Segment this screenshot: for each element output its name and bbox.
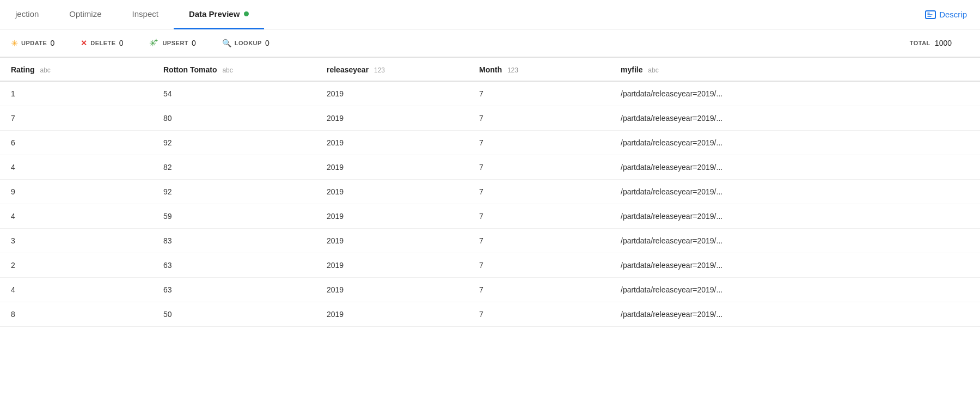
upsert-value: 0: [192, 39, 196, 47]
table-row: 46320197/partdata/releaseyear=2019/...: [0, 278, 980, 302]
cell-myfile-3: /partdata/releaseyear=2019/...: [610, 155, 980, 180]
cell-rating-7: 2: [0, 253, 152, 278]
cell-rating-1: 7: [0, 106, 152, 131]
cell-releaseyear-4: 2019: [316, 180, 468, 204]
cell-releaseyear-0: 2019: [316, 81, 468, 106]
table-row: 99220197/partdata/releaseyear=2019/...: [0, 180, 980, 204]
cell-month-7: 7: [468, 253, 610, 278]
cell-rotton_tomato-6: 83: [152, 229, 316, 253]
stat-upsert: ✳ + UPSERT 0: [140, 38, 213, 48]
cell-releaseyear-8: 2019: [316, 278, 468, 302]
tab-projection[interactable]: jection: [0, 1, 54, 29]
cell-myfile-2: /partdata/releaseyear=2019/...: [610, 131, 980, 155]
delete-value: 0: [119, 39, 124, 47]
cell-rotton_tomato-9: 50: [152, 302, 316, 327]
table-row: 26320197/partdata/releaseyear=2019/...: [0, 253, 980, 278]
cell-releaseyear-7: 2019: [316, 253, 468, 278]
data-table: Rating abc Rotton Tomato abc releaseyear…: [0, 58, 980, 327]
col-header-rotton-tomato[interactable]: Rotton Tomato abc: [152, 58, 316, 81]
table-row: 15420197/partdata/releaseyear=2019/...: [0, 81, 980, 106]
cell-myfile-6: /partdata/releaseyear=2019/...: [610, 229, 980, 253]
tab-inspect[interactable]: Inspect: [117, 1, 174, 29]
cell-myfile-5: /partdata/releaseyear=2019/...: [610, 204, 980, 229]
delete-label: DELETE: [90, 40, 115, 46]
cell-rotton_tomato-1: 80: [152, 106, 316, 131]
col-type-releaseyear: 123: [374, 66, 385, 74]
description-button[interactable]: Descrip: [925, 10, 980, 19]
total-value: 1000: [935, 39, 952, 47]
table-row: 85020197/partdata/releaseyear=2019/...: [0, 302, 980, 327]
cell-myfile-1: /partdata/releaseyear=2019/...: [610, 106, 980, 131]
cell-month-0: 7: [468, 81, 610, 106]
upsert-icon: ✳ +: [149, 38, 159, 48]
cell-myfile-9: /partdata/releaseyear=2019/...: [610, 302, 980, 327]
col-type-myfile: abc: [648, 66, 658, 74]
cell-rating-0: 1: [0, 81, 152, 106]
cell-month-9: 7: [468, 302, 610, 327]
tab-projection-label: jection: [15, 9, 39, 19]
table-body: 15420197/partdata/releaseyear=2019/...78…: [0, 81, 980, 327]
cell-month-8: 7: [468, 278, 610, 302]
cell-rotton_tomato-5: 59: [152, 204, 316, 229]
cell-month-1: 7: [468, 106, 610, 131]
col-header-myfile[interactable]: myfile abc: [610, 58, 980, 81]
update-value: 0: [50, 39, 54, 47]
col-type-month: 123: [507, 66, 518, 74]
cell-releaseyear-6: 2019: [316, 229, 468, 253]
col-label-month: Month: [479, 65, 502, 74]
col-type-rating: abc: [40, 66, 50, 74]
lookup-label: LOOKUP: [235, 40, 262, 46]
update-icon: ✳: [11, 38, 18, 48]
tab-data-preview-label: Data Preview: [189, 9, 240, 19]
table-row: 69220197/partdata/releaseyear=2019/...: [0, 131, 980, 155]
cell-rating-5: 4: [0, 204, 152, 229]
description-label: Descrip: [939, 10, 967, 19]
stat-total: TOTAL 1000: [901, 39, 969, 47]
tab-inspect-label: Inspect: [132, 9, 158, 19]
tab-data-preview[interactable]: Data Preview: [174, 1, 264, 29]
data-preview-dot: [244, 11, 249, 16]
table-row: 78020197/partdata/releaseyear=2019/...: [0, 106, 980, 131]
col-type-rotton-tomato: abc: [222, 66, 232, 74]
col-header-releaseyear[interactable]: releaseyear 123: [316, 58, 468, 81]
stat-lookup: 🔍 LOOKUP 0: [213, 39, 287, 47]
cell-releaseyear-2: 2019: [316, 131, 468, 155]
upsert-label: UPSERT: [162, 40, 188, 46]
cell-rotton_tomato-2: 92: [152, 131, 316, 155]
table-row: 45920197/partdata/releaseyear=2019/...: [0, 204, 980, 229]
cell-releaseyear-5: 2019: [316, 204, 468, 229]
delete-icon: ✕: [81, 39, 87, 47]
col-label-releaseyear: releaseyear: [327, 65, 369, 74]
col-label-myfile: myfile: [621, 65, 642, 74]
table-row: 48220197/partdata/releaseyear=2019/...: [0, 155, 980, 180]
lookup-icon: 🔍: [222, 39, 231, 47]
total-label: TOTAL: [910, 40, 930, 46]
cell-myfile-7: /partdata/releaseyear=2019/...: [610, 253, 980, 278]
col-header-month[interactable]: Month 123: [468, 58, 610, 81]
data-table-container: Rating abc Rotton Tomato abc releaseyear…: [0, 58, 980, 409]
col-header-rating[interactable]: Rating abc: [0, 58, 152, 81]
tab-optimize-label: Optimize: [69, 9, 101, 19]
cell-rating-4: 9: [0, 180, 152, 204]
cell-myfile-0: /partdata/releaseyear=2019/...: [610, 81, 980, 106]
cell-rotton_tomato-3: 82: [152, 155, 316, 180]
cell-rating-2: 6: [0, 131, 152, 155]
cell-releaseyear-9: 2019: [316, 302, 468, 327]
cell-rating-8: 4: [0, 278, 152, 302]
col-label-rating: Rating: [11, 65, 35, 74]
cell-rating-3: 4: [0, 155, 152, 180]
stat-delete: ✕ DELETE 0: [72, 39, 140, 47]
cell-month-4: 7: [468, 180, 610, 204]
cell-rotton_tomato-0: 54: [152, 81, 316, 106]
cell-month-3: 7: [468, 155, 610, 180]
cell-month-6: 7: [468, 229, 610, 253]
tab-optimize[interactable]: Optimize: [54, 1, 117, 29]
stats-bar: ✳ UPDATE 0 ✕ DELETE 0 ✳ + UPSERT 0 🔍 LOO…: [0, 29, 980, 58]
update-label: UPDATE: [21, 40, 47, 46]
col-label-rotton-tomato: Rotton Tomato: [163, 65, 217, 74]
cell-myfile-4: /partdata/releaseyear=2019/...: [610, 180, 980, 204]
cell-month-2: 7: [468, 131, 610, 155]
stat-update: ✳ UPDATE 0: [11, 38, 72, 48]
description-icon: [925, 10, 936, 19]
cell-month-5: 7: [468, 204, 610, 229]
